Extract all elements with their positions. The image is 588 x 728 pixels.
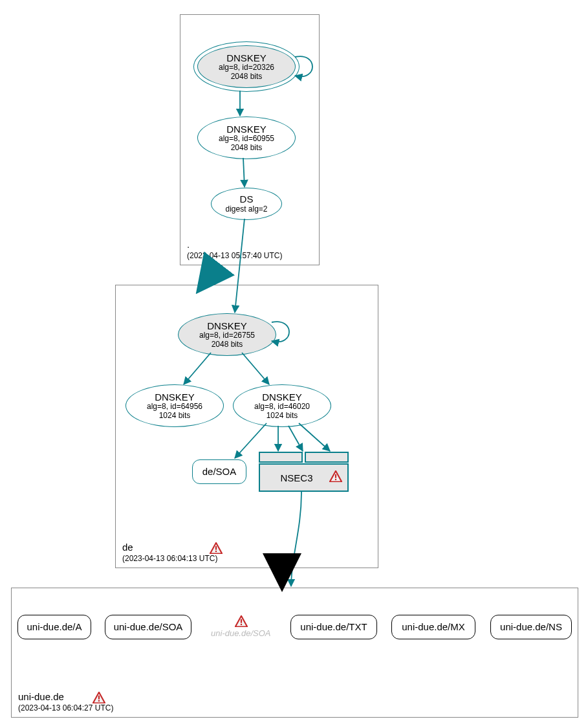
warning-icon: [329, 470, 342, 482]
rr-unidue-txt: uni-due.de/TXT: [290, 615, 377, 639]
rr-label: uni-due.de/SOA: [114, 621, 183, 632]
warning-icon: [235, 615, 248, 627]
node-sub: alg=8, id=20326: [219, 63, 274, 72]
node-title: DNSKEY: [226, 124, 267, 135]
nsec3-de: NSEC3: [259, 452, 348, 493]
node-sub: 1024 bits: [159, 412, 191, 421]
warning-icon: [210, 542, 223, 554]
zone-uni-due: uni-due.de (2023-04-13 06:04:27 UTC): [11, 588, 578, 718]
dnskey-de-zsk-b: DNSKEY alg=8, id=46020 1024 bits: [233, 384, 331, 427]
zone-de-name-text: de: [122, 542, 133, 553]
node-sub: alg=8, id=64956: [147, 403, 202, 412]
node-sub: 2048 bits: [231, 72, 263, 82]
node-title: DNSKEY: [207, 320, 247, 331]
zone-uni-due-label: uni-due.de (2023-04-13 06:04:27 UTC): [18, 691, 113, 713]
zone-uni-due-name-text: uni-due.de: [18, 691, 64, 702]
svg-rect-0: [215, 546, 217, 550]
node-title: DNSKEY: [155, 392, 195, 403]
rr-label: uni-due.de/MX: [402, 621, 465, 632]
zone-uni-due-name: uni-due.de: [18, 691, 113, 703]
rr-label: uni-due.de/SOA: [211, 628, 271, 638]
rr-unidue-soa: uni-due.de/SOA: [105, 615, 191, 639]
dnskey-de-ksk: DNSKEY alg=8, id=26755 2048 bits: [178, 313, 276, 356]
rr-label: uni-due.de/A: [27, 621, 82, 632]
dnskey-root-ksk: DNSKEY alg=8, id=20326 2048 bits: [197, 45, 296, 88]
zone-uni-due-time: (2023-04-13 06:04:27 UTC): [18, 703, 113, 713]
node-title: DNSKEY: [226, 52, 267, 63]
zone-root-time: (2023-04-13 05:57:40 UTC): [187, 251, 282, 261]
rr-label: de/SOA: [202, 466, 237, 477]
svg-rect-3: [98, 700, 100, 701]
svg-rect-4: [335, 474, 336, 478]
rr-unidue-ns: uni-due.de/NS: [490, 615, 572, 639]
svg-rect-5: [335, 479, 336, 480]
rr-label: uni-due.de/NS: [500, 621, 562, 632]
svg-rect-1: [215, 551, 217, 552]
dnskey-root-zsk: DNSKEY alg=8, id=60955 2048 bits: [197, 116, 296, 159]
node-sub: alg=8, id=46020: [254, 403, 310, 412]
rr-unidue-a: uni-due.de/A: [17, 615, 91, 639]
zone-de-name: de: [122, 542, 223, 554]
node-sub: 2048 bits: [231, 144, 263, 153]
ds-root: DS digest alg=2: [211, 188, 282, 220]
svg-rect-6: [241, 619, 242, 623]
zone-de-time: (2023-04-13 06:04:13 UTC): [122, 554, 223, 564]
dnskey-de-zsk-a: DNSKEY alg=8, id=64956 1024 bits: [125, 384, 224, 427]
zone-root-label: . (2023-04-13 05:57:40 UTC): [187, 239, 282, 261]
nsec3-label: NSEC3: [280, 472, 312, 483]
node-title: DNSKEY: [262, 392, 302, 403]
node-sub: alg=8, id=26755: [199, 331, 255, 340]
zone-root-name: .: [187, 239, 282, 251]
node-sub: 2048 bits: [212, 340, 243, 349]
nsec3-cell2: [305, 452, 349, 463]
node-sub: 1024 bits: [267, 412, 298, 421]
rr-de-soa: de/SOA: [192, 459, 246, 484]
nsec3-main: NSEC3: [259, 463, 349, 492]
svg-rect-2: [98, 696, 100, 700]
rr-unidue-soa-insecure: uni-due.de/SOA: [211, 628, 271, 638]
node-sub: alg=8, id=60955: [219, 135, 274, 144]
nsec3-cell1: [259, 452, 303, 463]
node-title: DS: [240, 193, 254, 204]
zone-de-label: de (2023-04-13 06:04:13 UTC): [122, 542, 223, 564]
svg-rect-7: [241, 624, 242, 625]
node-sub: digest alg=2: [225, 205, 267, 214]
warning-icon: [93, 692, 105, 703]
rr-label: uni-due.de/TXT: [300, 621, 367, 632]
rr-unidue-mx: uni-due.de/MX: [391, 615, 475, 639]
